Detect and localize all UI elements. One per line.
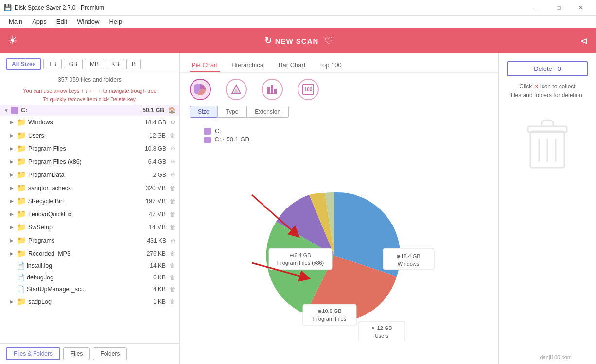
filter-folders[interactable]: Folders bbox=[93, 347, 127, 360]
chart-subtitle: C: · 50.1 GB bbox=[185, 136, 249, 143]
data-tab-type[interactable]: Type bbox=[217, 106, 246, 118]
nav-hint: You can use arrow keys ↑ ↓ ← → to naviga… bbox=[0, 86, 179, 105]
delete-icon: 🗑 bbox=[170, 298, 175, 305]
pie-chart-icon-btn[interactable] bbox=[190, 79, 211, 100]
expand-arrow: ▶ bbox=[10, 120, 17, 125]
tree-item-c-drive[interactable]: ▼ C: 50.1 GB 🏠 bbox=[0, 105, 179, 116]
svg-text:⊕18.4 GB: ⊕18.4 GB bbox=[396, 253, 420, 259]
item-name: Recorded_MP3 bbox=[28, 250, 147, 257]
folder-icon: 📁 bbox=[17, 170, 26, 179]
legend-label-c: C: bbox=[215, 127, 221, 135]
size-filter-tb[interactable]: TB bbox=[43, 59, 61, 69]
menu-help[interactable]: Help bbox=[104, 16, 127, 28]
item-size: 2 GB bbox=[153, 172, 166, 178]
tree-item-sangfor[interactable]: ▶ 📁 sangfor_acheck 320 MB 🗑 bbox=[0, 181, 179, 194]
tree-item-lenovo[interactable]: ▶ 📁 LenovoQuickFix 47 MB 🗑 bbox=[0, 208, 179, 221]
data-tab-size[interactable]: Size bbox=[190, 106, 217, 118]
size-filter-bar: All Sizes TB GB MB KB B bbox=[0, 53, 179, 73]
left-panel: All Sizes TB GB MB KB B 357 059 files an… bbox=[0, 53, 180, 364]
item-name: LenovoQuickFix bbox=[28, 211, 149, 218]
item-name: SwSetup bbox=[28, 224, 149, 231]
menu-main[interactable]: Main bbox=[4, 16, 27, 28]
bottom-filter-bar: Files & Folders Files Folders bbox=[0, 343, 179, 364]
settings-icon: ⚙ bbox=[170, 237, 175, 244]
home-icon: 🏠 bbox=[168, 107, 175, 114]
delete-icon: 🗑 bbox=[170, 286, 175, 293]
delete-button[interactable]: Delete · 0 bbox=[507, 61, 588, 76]
delete-icon: 🗑 bbox=[170, 274, 175, 281]
hierarchical-icon-btn[interactable] bbox=[226, 79, 247, 100]
expand-arrow: ▶ bbox=[10, 185, 17, 191]
menu-window[interactable]: Window bbox=[72, 16, 104, 28]
menu-apps[interactable]: Apps bbox=[27, 16, 52, 28]
tree-item-sadplog[interactable]: ▶ 📁 sadpLog 1 KB 🗑 bbox=[0, 295, 179, 308]
tree-item-startupmanager[interactable]: 📄 StartUpManager_sc... 4 KB 🗑 bbox=[0, 283, 179, 295]
tree-item-program-files[interactable]: ▶ 📁 Program Files 10.8 GB ⚙ bbox=[0, 142, 179, 155]
menu-edit[interactable]: Edit bbox=[52, 16, 72, 28]
folder-icon: 📁 bbox=[17, 183, 26, 192]
item-name: Programs bbox=[28, 237, 147, 244]
tree-item-swsetup[interactable]: ▶ 📁 SwSetup 14 MB 🗑 bbox=[0, 221, 179, 234]
trash-illustration bbox=[523, 114, 572, 174]
tree-item-recycle[interactable]: ▶ 📁 $Recycle.Bin 197 MB 🗑 bbox=[0, 194, 179, 208]
svg-text:Program Files: Program Files bbox=[313, 316, 346, 322]
file-tree[interactable]: ▼ C: 50.1 GB 🏠 ▶ 📁 Windows 18.4 GB ⚙ ▶ 📁… bbox=[0, 105, 179, 343]
filter-files[interactable]: Files bbox=[63, 347, 90, 360]
bar-chart-icon-btn[interactable] bbox=[262, 79, 283, 100]
svg-rect-2 bbox=[267, 87, 270, 94]
tree-item-install-log[interactable]: 📄 install.log 14 KB 🗑 bbox=[0, 260, 179, 272]
expand-arrow: ▶ bbox=[10, 159, 17, 164]
tab-pie-chart[interactable]: Pie Chart bbox=[190, 58, 220, 72]
item-name: sangfor_acheck bbox=[28, 185, 146, 191]
right-panel: Delete · 0 Click ✕ icon to collectfiles … bbox=[499, 53, 596, 364]
delete-icon: 🗑 bbox=[170, 262, 175, 269]
heart-icon[interactable]: ♡ bbox=[324, 35, 333, 47]
tab-top100[interactable]: Top 100 bbox=[317, 58, 343, 72]
title-bar-title: Disk Space Saver 2.7.0 - Premium bbox=[15, 4, 525, 11]
minimize-button[interactable]: — bbox=[525, 0, 547, 16]
folder-icon: 📁 bbox=[17, 157, 26, 166]
svg-text:Users: Users bbox=[374, 333, 388, 339]
item-name: $Recycle.Bin bbox=[28, 198, 146, 205]
item-name: Users bbox=[28, 132, 149, 139]
tree-item-recorded-mp3[interactable]: ▶ 📁 Recorded_MP3 276 KB 🗑 bbox=[0, 247, 179, 260]
data-tab-extension[interactable]: Extension bbox=[246, 106, 289, 118]
size-filter-gb[interactable]: GB bbox=[64, 59, 83, 69]
size-filter-kb[interactable]: KB bbox=[106, 59, 124, 69]
tree-item-debug-log[interactable]: 📄 debug.log 6 KB 🗑 bbox=[0, 272, 179, 283]
tab-hierarchical[interactable]: Hierarchical bbox=[229, 58, 267, 72]
svg-text:⊕10.8 GB: ⊕10.8 GB bbox=[317, 308, 341, 314]
tree-item-windows[interactable]: ▶ 📁 Windows 18.4 GB ⚙ bbox=[0, 116, 179, 129]
tree-item-program-files-x86[interactable]: ▶ 📁 Program Files (x86) 6.4 GB ⚙ bbox=[0, 155, 179, 168]
item-size: 320 MB bbox=[146, 185, 166, 191]
delete-hint: Click ✕ icon to collectfiles and folders… bbox=[511, 82, 584, 100]
svg-text:⊕6.4 GB: ⊕6.4 GB bbox=[290, 252, 311, 258]
top100-icon-btn[interactable]: 100 bbox=[298, 79, 319, 100]
settings-icon: ⚙ bbox=[170, 119, 175, 126]
maximize-button[interactable]: □ bbox=[547, 0, 570, 16]
chart-icon-buttons: 100 bbox=[180, 73, 498, 104]
menu-bar: Main Apps Edit Window Help bbox=[0, 16, 596, 28]
delete-icon: 🗑 bbox=[170, 185, 175, 191]
size-filter-all[interactable]: All Sizes bbox=[6, 58, 41, 70]
share-icon[interactable]: ⊲ bbox=[580, 35, 588, 47]
folder-icon: 📁 bbox=[17, 297, 26, 306]
tree-item-programs[interactable]: ▶ 📁 Programs 431 KB ⚙ bbox=[0, 234, 179, 247]
size-filter-mb[interactable]: MB bbox=[85, 59, 104, 69]
tree-item-users[interactable]: ▶ 📁 Users 12 GB 🗑 bbox=[0, 129, 179, 142]
close-button[interactable]: ✕ bbox=[570, 0, 592, 16]
tab-bar-chart[interactable]: Bar Chart bbox=[277, 58, 308, 72]
delete-icon: 🗑 bbox=[170, 250, 175, 257]
folder-icon: 📁 bbox=[17, 131, 26, 140]
chart-area: C: C: · 50.1 GB bbox=[180, 122, 498, 364]
filter-files-folders[interactable]: Files & Folders bbox=[6, 347, 60, 360]
folder-icon: 📁 bbox=[17, 196, 26, 206]
item-size: 4 KB bbox=[153, 286, 166, 293]
tree-item-programdata[interactable]: ▶ 📁 ProgramData 2 GB ⚙ bbox=[0, 168, 179, 181]
new-scan-button[interactable]: ↻ NEW SCAN bbox=[264, 35, 319, 46]
size-filter-b[interactable]: B bbox=[126, 59, 141, 69]
item-size: 6.4 GB bbox=[148, 158, 166, 165]
settings-icon: ⚙ bbox=[170, 172, 175, 178]
item-size: 10.8 GB bbox=[145, 145, 166, 152]
expand-arrow: ▶ bbox=[10, 146, 17, 151]
